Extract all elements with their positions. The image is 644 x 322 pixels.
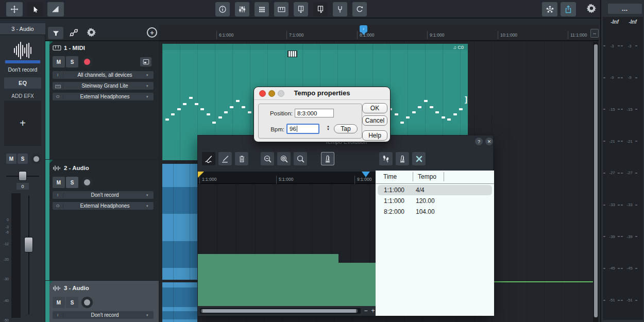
help-icon[interactable]: ?	[475, 138, 483, 145]
collapse-arrow-icon[interactable]	[49, 41, 53, 45]
vertical-scrollbar[interactable]	[593, 42, 598, 322]
track-settings-button[interactable]	[87, 27, 96, 37]
tempo-automation-line	[494, 281, 594, 282]
dialog-title: Tempo properties	[254, 89, 390, 97]
zoom-out-button[interactable]: −	[362, 307, 369, 314]
mix-button[interactable]	[235, 2, 249, 16]
tempo-track-window[interactable]: Tempo Evolution ? ✕	[197, 135, 494, 315]
track3-record-button[interactable]	[81, 297, 93, 308]
fader-handle[interactable]	[24, 237, 33, 252]
track2-output-select[interactable]: O External Headphones ▾	[53, 202, 154, 210]
track-row-2-audio[interactable]: 2 - Audio M S I Don't record ▾ O Externa…	[45, 160, 159, 280]
keyboard-button[interactable]	[274, 2, 289, 16]
tap-button[interactable]: Tap	[334, 124, 358, 133]
tap-steps-button[interactable]	[379, 152, 393, 165]
track-row-1-midi[interactable]: 1 - MIDI M S I All channels, all devices…	[45, 41, 159, 159]
track2-mute-button[interactable]: M	[53, 177, 65, 188]
share-button[interactable]	[561, 2, 576, 16]
track-list: + 1 - MIDI M S I All channels, all d	[45, 25, 159, 322]
zoom-tool-button[interactable]	[294, 152, 307, 165]
move-tool-button[interactable]	[6, 2, 23, 16]
more-options-button[interactable]: …	[608, 4, 642, 14]
zoom-selection-button[interactable]	[261, 152, 274, 165]
fade-tool-button[interactable]	[47, 2, 64, 16]
tempo-table-row[interactable]: 1:1:000 120.00	[378, 196, 492, 206]
pads-button[interactable]	[255, 2, 269, 16]
draw-curve-tool-button[interactable]	[202, 152, 215, 165]
clear-tempo-button[interactable]	[412, 152, 426, 165]
tempo-curve-editor[interactable]	[198, 184, 376, 306]
add-efx-dropzone[interactable]: +	[4, 100, 41, 146]
audio-region-track3[interactable]	[162, 282, 197, 322]
close-icon[interactable]: ✕	[485, 138, 493, 145]
track2-record-button[interactable]	[81, 177, 93, 188]
tempo-hscrollbar[interactable]	[200, 308, 361, 314]
help-button[interactable]: Help	[362, 130, 387, 141]
info-button[interactable]	[215, 2, 230, 16]
inspector-mute-button[interactable]: M	[6, 154, 16, 164]
collapse-arrow-icon[interactable]	[49, 160, 53, 163]
tempo-table-row[interactable]: 8:2:000 104.00	[378, 207, 492, 217]
column-header-time[interactable]: Time	[383, 173, 397, 180]
tempo-block-120[interactable]	[198, 254, 338, 306]
collapse-arrow-icon[interactable]	[49, 281, 53, 284]
track2-input-select[interactable]: I Don't record ▾	[53, 191, 154, 199]
inspector-solo-button[interactable]: S	[18, 154, 28, 164]
tempo-properties-dialog[interactable]: Tempo properties Position: 8:3:000 Bpm: …	[253, 87, 391, 142]
waveform-band	[162, 287, 197, 307]
track1-solo-button[interactable]: S	[66, 56, 78, 67]
ok-button[interactable]: OK	[362, 103, 387, 113]
track1-instrument-select[interactable]: Steinway Grand Lite ▾	[53, 82, 154, 90]
plugins-button[interactable]	[542, 2, 557, 16]
dialog-titlebar: Tempo properties	[254, 87, 390, 100]
track3-input-select[interactable]: I Don't record ▾	[53, 311, 154, 319]
add-track-button[interactable]: +	[147, 27, 157, 38]
instrument-editor-button[interactable]	[140, 57, 151, 66]
playhead-marker[interactable]	[362, 172, 370, 177]
column-divider[interactable]	[444, 172, 444, 181]
vertical-scrollbar-thumb[interactable]	[594, 44, 598, 317]
delete-tool-button[interactable]	[235, 152, 248, 165]
column-divider[interactable]	[413, 172, 413, 181]
track1-record-button[interactable]	[81, 56, 93, 67]
bpm-input[interactable]: 96	[286, 124, 319, 134]
zoom-region-button[interactable]	[277, 152, 291, 165]
track3-solo-button[interactable]: S	[66, 297, 78, 308]
tempo-hscrollbar-thumb[interactable]	[201, 309, 358, 313]
loop-button[interactable]	[352, 2, 367, 16]
draw-line-tool-button[interactable]	[218, 152, 232, 165]
tuning-fork-button[interactable]	[333, 2, 347, 16]
inspector-record-button[interactable]	[31, 154, 41, 164]
ruler-zoom-icon[interactable]: ↔	[590, 29, 599, 38]
track1-output-select[interactable]: O External Headphones ▾	[53, 93, 154, 100]
eq-button[interactable]: EQ	[4, 77, 41, 89]
track-row-3-audio[interactable]: 3 - Audio M S I Don't record ▾	[45, 281, 159, 322]
automation-button[interactable]	[69, 27, 79, 38]
track2-solo-button[interactable]: S	[66, 177, 78, 188]
tempo-block-104[interactable]	[338, 263, 376, 306]
arrow-tool-button[interactable]	[27, 2, 43, 16]
tempo-metronome-button[interactable]	[396, 152, 409, 165]
track1-input-select[interactable]: I All channels, all devices ▾	[53, 71, 154, 79]
loop-start-marker[interactable]	[198, 172, 204, 178]
position-input[interactable]: 8:3:000	[295, 109, 334, 117]
track-filter-button[interactable]	[48, 27, 63, 39]
chevron-down-icon: ▾	[146, 204, 154, 208]
editor-button[interactable]	[294, 2, 308, 16]
bpm-stepper[interactable]: ▲▼	[326, 125, 331, 134]
pan-slider-handle[interactable]	[19, 171, 27, 181]
tempo-ruler[interactable]: 1:1:000 5:1:000 9:1:000	[198, 172, 376, 184]
track1-mute-button[interactable]: M	[53, 56, 65, 67]
track3-mute-button[interactable]: M	[53, 297, 65, 308]
cancel-button[interactable]: Cancel	[362, 115, 387, 126]
editor-play-button[interactable]	[313, 2, 328, 16]
marker-pin[interactable]: ♪	[360, 25, 367, 32]
top-toolbar	[0, 0, 644, 19]
metronome-toggle-button[interactable]	[321, 152, 334, 165]
settings-button[interactable]	[586, 3, 597, 13]
column-header-tempo[interactable]: Tempo	[418, 173, 436, 180]
metronome-icon	[398, 155, 406, 163]
timeline-ruler[interactable]: 6:1:000 7:1:000 8:1:000 9:1:000 10:1:000…	[159, 25, 599, 41]
tempo-table-row[interactable]: 1:1:000 4/4	[378, 185, 492, 195]
audio-region-track2[interactable]	[162, 164, 197, 280]
